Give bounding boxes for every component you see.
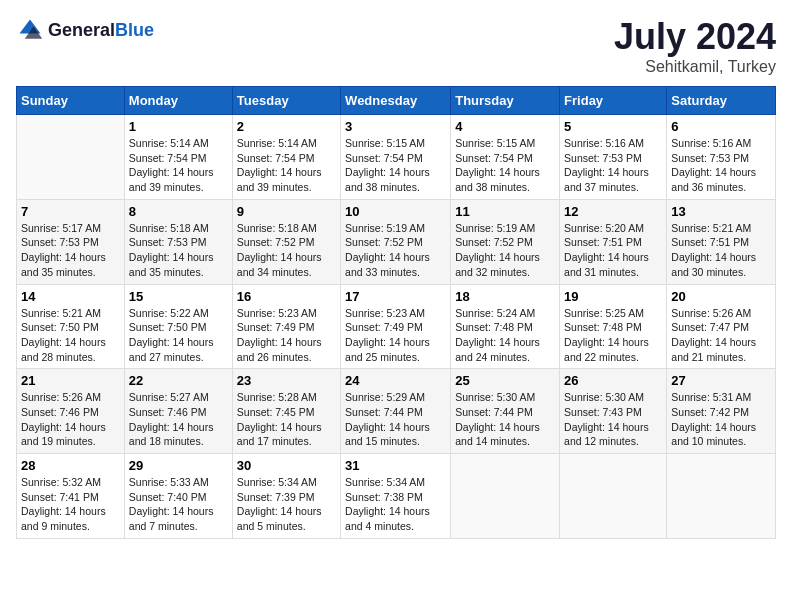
- day-info: Sunrise: 5:16 AMSunset: 7:53 PMDaylight:…: [671, 136, 771, 195]
- day-info: Sunrise: 5:30 AMSunset: 7:43 PMDaylight:…: [564, 390, 662, 449]
- title-area: July 2024 Sehitkamil, Turkey: [614, 16, 776, 76]
- day-number: 22: [129, 373, 228, 388]
- day-cell: 22Sunrise: 5:27 AMSunset: 7:46 PMDayligh…: [124, 369, 232, 454]
- day-info: Sunrise: 5:23 AMSunset: 7:49 PMDaylight:…: [237, 306, 336, 365]
- day-cell: 20Sunrise: 5:26 AMSunset: 7:47 PMDayligh…: [667, 284, 776, 369]
- day-cell: 16Sunrise: 5:23 AMSunset: 7:49 PMDayligh…: [232, 284, 340, 369]
- day-number: 26: [564, 373, 662, 388]
- day-cell: 31Sunrise: 5:34 AMSunset: 7:38 PMDayligh…: [341, 454, 451, 539]
- day-number: 1: [129, 119, 228, 134]
- day-number: 19: [564, 289, 662, 304]
- day-info: Sunrise: 5:30 AMSunset: 7:44 PMDaylight:…: [455, 390, 555, 449]
- day-number: 8: [129, 204, 228, 219]
- day-number: 29: [129, 458, 228, 473]
- day-info: Sunrise: 5:27 AMSunset: 7:46 PMDaylight:…: [129, 390, 228, 449]
- day-cell: [17, 115, 125, 200]
- day-cell: 11Sunrise: 5:19 AMSunset: 7:52 PMDayligh…: [451, 199, 560, 284]
- day-info: Sunrise: 5:34 AMSunset: 7:39 PMDaylight:…: [237, 475, 336, 534]
- logo-general-text: General: [48, 20, 115, 40]
- day-info: Sunrise: 5:14 AMSunset: 7:54 PMDaylight:…: [237, 136, 336, 195]
- day-header-wednesday: Wednesday: [341, 87, 451, 115]
- header: GeneralBlue July 2024 Sehitkamil, Turkey: [16, 16, 776, 76]
- day-cell: 17Sunrise: 5:23 AMSunset: 7:49 PMDayligh…: [341, 284, 451, 369]
- day-cell: 19Sunrise: 5:25 AMSunset: 7:48 PMDayligh…: [560, 284, 667, 369]
- day-number: 12: [564, 204, 662, 219]
- day-cell: 13Sunrise: 5:21 AMSunset: 7:51 PMDayligh…: [667, 199, 776, 284]
- day-cell: 12Sunrise: 5:20 AMSunset: 7:51 PMDayligh…: [560, 199, 667, 284]
- day-info: Sunrise: 5:21 AMSunset: 7:50 PMDaylight:…: [21, 306, 120, 365]
- day-header-saturday: Saturday: [667, 87, 776, 115]
- day-number: 17: [345, 289, 446, 304]
- day-number: 21: [21, 373, 120, 388]
- day-number: 4: [455, 119, 555, 134]
- week-row-5: 28Sunrise: 5:32 AMSunset: 7:41 PMDayligh…: [17, 454, 776, 539]
- day-info: Sunrise: 5:25 AMSunset: 7:48 PMDaylight:…: [564, 306, 662, 365]
- day-header-thursday: Thursday: [451, 87, 560, 115]
- day-header-tuesday: Tuesday: [232, 87, 340, 115]
- day-cell: 25Sunrise: 5:30 AMSunset: 7:44 PMDayligh…: [451, 369, 560, 454]
- day-info: Sunrise: 5:15 AMSunset: 7:54 PMDaylight:…: [455, 136, 555, 195]
- day-cell: 3Sunrise: 5:15 AMSunset: 7:54 PMDaylight…: [341, 115, 451, 200]
- day-cell: 27Sunrise: 5:31 AMSunset: 7:42 PMDayligh…: [667, 369, 776, 454]
- day-info: Sunrise: 5:33 AMSunset: 7:40 PMDaylight:…: [129, 475, 228, 534]
- day-info: Sunrise: 5:34 AMSunset: 7:38 PMDaylight:…: [345, 475, 446, 534]
- day-number: 15: [129, 289, 228, 304]
- day-cell: 8Sunrise: 5:18 AMSunset: 7:53 PMDaylight…: [124, 199, 232, 284]
- day-info: Sunrise: 5:26 AMSunset: 7:46 PMDaylight:…: [21, 390, 120, 449]
- month-title: July 2024: [614, 16, 776, 58]
- day-info: Sunrise: 5:32 AMSunset: 7:41 PMDaylight:…: [21, 475, 120, 534]
- day-cell: 9Sunrise: 5:18 AMSunset: 7:52 PMDaylight…: [232, 199, 340, 284]
- day-cell: 21Sunrise: 5:26 AMSunset: 7:46 PMDayligh…: [17, 369, 125, 454]
- day-cell: [560, 454, 667, 539]
- day-cell: 4Sunrise: 5:15 AMSunset: 7:54 PMDaylight…: [451, 115, 560, 200]
- day-cell: 6Sunrise: 5:16 AMSunset: 7:53 PMDaylight…: [667, 115, 776, 200]
- day-header-friday: Friday: [560, 87, 667, 115]
- day-number: 23: [237, 373, 336, 388]
- day-cell: 14Sunrise: 5:21 AMSunset: 7:50 PMDayligh…: [17, 284, 125, 369]
- day-cell: 29Sunrise: 5:33 AMSunset: 7:40 PMDayligh…: [124, 454, 232, 539]
- day-info: Sunrise: 5:28 AMSunset: 7:45 PMDaylight:…: [237, 390, 336, 449]
- day-number: 27: [671, 373, 771, 388]
- day-number: 10: [345, 204, 446, 219]
- day-number: 7: [21, 204, 120, 219]
- day-number: 6: [671, 119, 771, 134]
- day-number: 28: [21, 458, 120, 473]
- day-cell: 7Sunrise: 5:17 AMSunset: 7:53 PMDaylight…: [17, 199, 125, 284]
- day-number: 13: [671, 204, 771, 219]
- day-cell: 18Sunrise: 5:24 AMSunset: 7:48 PMDayligh…: [451, 284, 560, 369]
- day-number: 11: [455, 204, 555, 219]
- day-header-sunday: Sunday: [17, 87, 125, 115]
- day-info: Sunrise: 5:21 AMSunset: 7:51 PMDaylight:…: [671, 221, 771, 280]
- day-number: 2: [237, 119, 336, 134]
- day-cell: 15Sunrise: 5:22 AMSunset: 7:50 PMDayligh…: [124, 284, 232, 369]
- day-number: 25: [455, 373, 555, 388]
- day-cell: 28Sunrise: 5:32 AMSunset: 7:41 PMDayligh…: [17, 454, 125, 539]
- day-number: 14: [21, 289, 120, 304]
- day-info: Sunrise: 5:31 AMSunset: 7:42 PMDaylight:…: [671, 390, 771, 449]
- day-info: Sunrise: 5:18 AMSunset: 7:52 PMDaylight:…: [237, 221, 336, 280]
- week-row-4: 21Sunrise: 5:26 AMSunset: 7:46 PMDayligh…: [17, 369, 776, 454]
- logo-blue-text: Blue: [115, 20, 154, 40]
- day-info: Sunrise: 5:24 AMSunset: 7:48 PMDaylight:…: [455, 306, 555, 365]
- day-info: Sunrise: 5:18 AMSunset: 7:53 PMDaylight:…: [129, 221, 228, 280]
- day-info: Sunrise: 5:29 AMSunset: 7:44 PMDaylight:…: [345, 390, 446, 449]
- header-row: SundayMondayTuesdayWednesdayThursdayFrid…: [17, 87, 776, 115]
- week-row-1: 1Sunrise: 5:14 AMSunset: 7:54 PMDaylight…: [17, 115, 776, 200]
- day-number: 5: [564, 119, 662, 134]
- day-number: 18: [455, 289, 555, 304]
- day-number: 24: [345, 373, 446, 388]
- location-title: Sehitkamil, Turkey: [614, 58, 776, 76]
- day-cell: [451, 454, 560, 539]
- day-number: 30: [237, 458, 336, 473]
- day-cell: 24Sunrise: 5:29 AMSunset: 7:44 PMDayligh…: [341, 369, 451, 454]
- day-info: Sunrise: 5:19 AMSunset: 7:52 PMDaylight:…: [455, 221, 555, 280]
- day-cell: 23Sunrise: 5:28 AMSunset: 7:45 PMDayligh…: [232, 369, 340, 454]
- day-info: Sunrise: 5:15 AMSunset: 7:54 PMDaylight:…: [345, 136, 446, 195]
- day-info: Sunrise: 5:14 AMSunset: 7:54 PMDaylight:…: [129, 136, 228, 195]
- day-number: 20: [671, 289, 771, 304]
- day-number: 9: [237, 204, 336, 219]
- day-info: Sunrise: 5:17 AMSunset: 7:53 PMDaylight:…: [21, 221, 120, 280]
- day-number: 3: [345, 119, 446, 134]
- day-cell: 26Sunrise: 5:30 AMSunset: 7:43 PMDayligh…: [560, 369, 667, 454]
- logo: GeneralBlue: [16, 16, 154, 44]
